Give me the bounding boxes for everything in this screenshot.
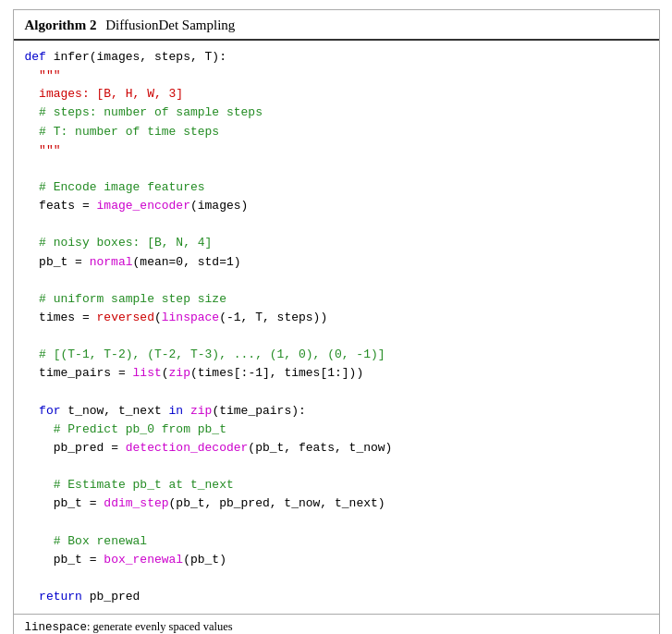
footer-description: : generate evenly spaced values [87,620,233,633]
footer-term: linespace [25,621,88,634]
algorithm-header: Algorithm 2 DiffusionDet Sampling [14,10,659,41]
algorithm-body: def infer(images, steps, T): """ images:… [14,41,659,614]
algorithm-number: Algorithm 2 [25,18,97,32]
algorithm-box: Algorithm 2 DiffusionDet Sampling def in… [13,9,660,634]
algorithm-title: DiffusionDet Sampling [105,18,235,32]
algorithm-footer: linespace: generate evenly spaced values [14,614,659,634]
